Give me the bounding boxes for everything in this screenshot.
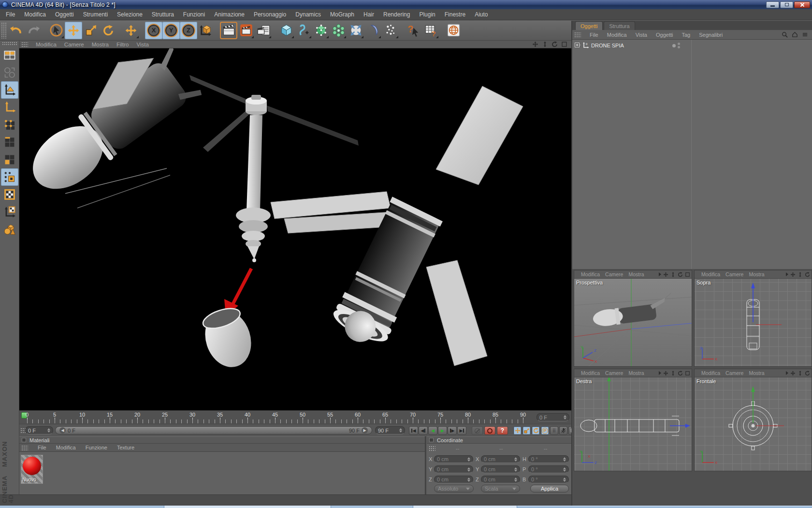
object-list[interactable]: 0 DRONE SPIA [572,40,812,269]
content-browser-button[interactable]: ? [422,22,439,39]
texture-mode-button[interactable] [1,186,18,203]
materials-header[interactable]: Materiali [19,436,425,444]
axis-mode-button[interactable] [1,99,18,116]
add-nurbs-button[interactable] [312,22,330,39]
autokey-button[interactable]: ? [497,426,508,435]
om-menu-segnalibri[interactable]: Segnalibri [699,32,723,38]
record-scale-toggle[interactable] [522,426,531,435]
object-row-drone-spia[interactable]: 0 DRONE SPIA [575,42,680,49]
visibility-toggles[interactable] [678,43,680,48]
lock-y-axis-button[interactable]: Y [162,22,180,39]
edges-mode-button[interactable] [1,134,18,151]
editor-visibility-dot[interactable] [678,43,680,45]
rotation-p-field[interactable]: 0 ° [528,465,569,473]
object-manager-drag-handle[interactable] [574,32,581,37]
viewport-destra[interactable]: Modifica Camere Mostra Destra [574,369,692,471]
scale-tool[interactable] [82,22,100,39]
menu-plugin[interactable]: Plugin [418,10,436,19]
redo-button[interactable] [25,22,42,39]
zoom-view-icon[interactable] [670,272,676,277]
record-parameter-toggle[interactable]: P [541,426,549,435]
apply-button[interactable]: Applica [530,485,569,493]
add-cube-object-button[interactable] [277,22,295,39]
move-tool[interactable] [65,22,82,39]
menu-selezione[interactable]: Selezione [116,10,144,19]
current-frame-field[interactable]: 0 F [25,426,53,434]
menu-mograph[interactable]: MoGraph [329,10,356,19]
materials-menu-modifica[interactable]: Modifica [56,445,76,450]
menu-aiuto[interactable]: Aiuto [473,10,489,19]
viewport-frontale[interactable]: Modifica Camere Mostra Frontale [694,369,812,471]
prospettiva-view[interactable]: Prospettiva [574,279,692,366]
sidebar-drag-handle[interactable] [2,42,17,46]
lock-z-axis-button[interactable]: Z [180,22,197,39]
materials-menu-texture[interactable]: Texture [117,445,134,450]
record-pla-toggle[interactable]: ⠿ [550,426,558,435]
add-modeling-object-button[interactable] [330,22,347,39]
zoom-view-icon[interactable] [670,371,676,376]
help-button[interactable]: ? [405,22,422,39]
render-visibility-dot[interactable] [678,46,680,48]
add-particles-button[interactable] [382,22,399,39]
viewport-prospettiva[interactable]: Modifica Camere Mostra Prospettiva [574,270,692,367]
rotate-view-icon[interactable] [805,371,810,376]
title-bar[interactable]: CINEMA 4D (64 Bit) - [Senza Titolo 2 *] [0,0,812,9]
viewport-menu-camere[interactable]: Camere [64,42,84,47]
om-menu-oggetti[interactable]: Oggetti [656,32,673,38]
render-view-button[interactable] [220,22,237,39]
previous-key-button[interactable]: ◀ [419,426,428,435]
materials-menu-funzione[interactable]: Funzione [86,445,107,450]
make-editable-button[interactable] [1,81,18,99]
layout-button[interactable] [1,46,18,64]
points-mode-button[interactable] [1,116,18,134]
pan-view-icon[interactable] [532,41,538,47]
range-right-arrow-icon[interactable]: ▶ [362,427,368,433]
stepper-icon[interactable] [399,428,402,433]
expand-icon[interactable] [575,43,580,48]
object-mode-button[interactable] [1,168,18,186]
more-menu-icon[interactable] [786,371,788,375]
menu-personaggio[interactable]: Personaggio [252,10,288,19]
options-icon[interactable] [802,31,808,38]
zoom-view-icon[interactable] [798,371,803,376]
record-rotation-toggle[interactable] [532,426,540,435]
menu-file[interactable]: File [4,10,16,19]
viewport-canvas[interactable] [19,48,571,410]
sound-record-toggle[interactable] [559,426,567,435]
model-mode-button[interactable] [1,221,18,238]
texture-axis-mode-button[interactable] [1,203,18,221]
lock-x-axis-button[interactable]: X [145,22,162,39]
timeline-range-slider[interactable]: ◀ 0 F 90 F ▶ [55,426,372,434]
render-settings-button[interactable] [255,22,272,39]
end-frame-field[interactable]: 90 F [375,426,405,434]
rotate-view-icon[interactable] [805,272,810,277]
menu-hair[interactable]: Hair [362,10,376,19]
menu-struttura[interactable]: Struttura [150,10,175,19]
more-menu-icon[interactable] [786,272,788,276]
maximize-view-icon[interactable] [685,272,690,277]
tab-oggetti[interactable]: Oggetti [575,21,603,30]
coordinate-system-button[interactable] [197,22,215,39]
polygons-mode-button[interactable] [1,151,18,168]
search-icon[interactable] [782,31,788,38]
zoom-view-icon[interactable] [798,272,803,277]
ruler-frame-field[interactable]: 0 F [536,413,569,421]
timeline-ruler[interactable]: 051015202530354045505560657075808590 0 F [19,410,571,424]
stepper-icon[interactable] [47,428,50,433]
om-menu-file[interactable]: File [590,32,598,38]
undo-button[interactable] [7,22,25,39]
minimize-button[interactable] [766,1,779,8]
om-menu-modifica[interactable]: Modifica [607,32,627,38]
scale-x-field[interactable]: 0 cm [481,455,520,463]
menu-modifica[interactable]: Modifica [23,10,47,19]
viewport-menu-vista[interactable]: Vista [136,42,148,47]
menu-finestre[interactable]: Finestre [443,10,467,19]
toolbar-drag-handle[interactable] [1,22,6,39]
rotate-view-icon[interactable] [551,41,558,47]
coordinates-header[interactable]: Coordinate [427,436,571,444]
more-menu-icon[interactable] [659,371,661,375]
viewport-drag-handle[interactable] [21,42,28,47]
scale-mode-dropdown[interactable]: Scala [481,485,520,493]
last-used-tool[interactable] [122,22,140,39]
menu-strumenti[interactable]: Strumenti [82,10,109,19]
